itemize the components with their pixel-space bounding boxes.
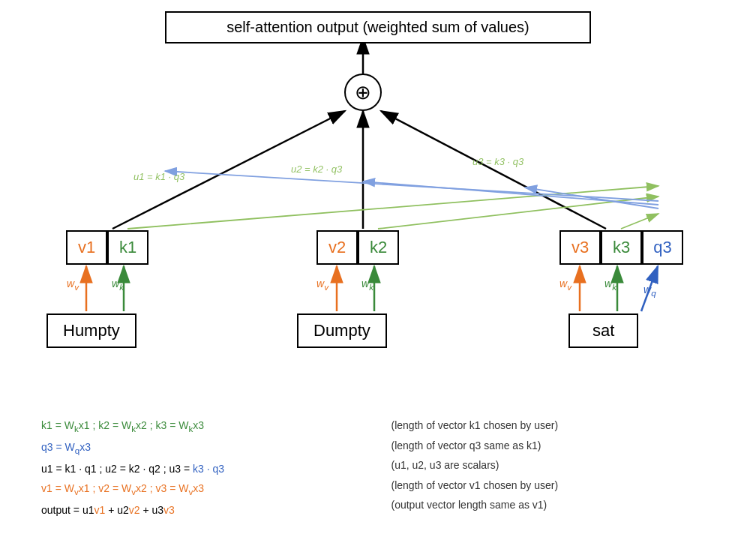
svg-line-9	[381, 111, 606, 229]
sum-circle: ⊕	[344, 74, 382, 111]
token-pair-3: v3 k3 q3	[560, 230, 683, 265]
svg-line-22	[525, 188, 658, 208]
ann-right-4: (length of vector v1 chosen by user)	[392, 476, 727, 496]
word-humpty: Humpty	[46, 314, 136, 348]
wv3-label: wv	[560, 278, 572, 292]
wk2-label: wk	[362, 278, 374, 292]
annotations-right: (length of vector k1 chosen by user) (le…	[392, 416, 727, 520]
annotations-left: k1 = Wkx1 ; k2 = Wkx2 ; k3 = Wkx3 q3 = W…	[41, 416, 376, 520]
v2-box: v2	[316, 230, 358, 265]
wv2-label: wv	[316, 278, 328, 292]
title-box: self-attention output (weighted sum of v…	[165, 11, 591, 44]
word-sat: sat	[568, 314, 638, 348]
v3-box: v3	[560, 230, 601, 265]
k2-box: k2	[358, 230, 399, 265]
ann-v-line: v1 = Wvx1 ; v2 = Wvx2 ; v3 = Wvx3	[41, 478, 376, 500]
q3-box: q3	[642, 230, 683, 265]
wk3-label: wk	[604, 278, 616, 292]
diagram: self-attention output (weighted sum of v…	[0, 0, 756, 543]
ann-q-line: q3 = Wqx3	[41, 437, 376, 459]
wq-label: wq	[644, 284, 656, 298]
wv1-label: wv	[67, 278, 79, 292]
bottom-annotations: k1 = Wkx1 ; k2 = Wkx2 ; k3 = Wkx3 q3 = W…	[41, 416, 726, 520]
u3-label: u3 = k3 · q3	[472, 156, 524, 167]
ann-right-5: (output vector length same as v1)	[392, 495, 727, 515]
sum-symbol: ⊕	[355, 81, 371, 104]
ann-right-1: (length of vector k1 chosen by user)	[392, 416, 727, 436]
ann-right-3: (u1, u2, u3 are scalars)	[392, 455, 727, 476]
ann-k-line: k1 = Wkx1 ; k2 = Wkx2 ; k3 = Wkx3	[41, 416, 376, 437]
svg-line-19	[621, 214, 658, 229]
k3-box: k3	[601, 230, 642, 265]
ann-right-2: (length of vector q3 same as k1)	[392, 436, 727, 456]
u1-label: u1 = k1 · q3	[134, 171, 184, 182]
token-pair-2: v2 k2	[316, 230, 399, 265]
token-pair-1: v1 k1	[66, 230, 148, 265]
ann-u-line: u1 = k1 · q1 ; u2 = k2 · q2 ; u3 = k3 · …	[41, 459, 376, 479]
wk1-label: wk	[112, 278, 124, 292]
word-dumpty: Dumpty	[297, 314, 387, 348]
v1-box: v1	[66, 230, 107, 265]
k1-box: k1	[107, 230, 148, 265]
u2-label: u2 = k2 · q3	[291, 164, 342, 175]
ann-out-line: output = u1v1 + u2v2 + u3v3	[41, 500, 376, 520]
svg-line-17	[128, 186, 658, 229]
title-text: self-attention output (weighted sum of v…	[226, 19, 530, 35]
